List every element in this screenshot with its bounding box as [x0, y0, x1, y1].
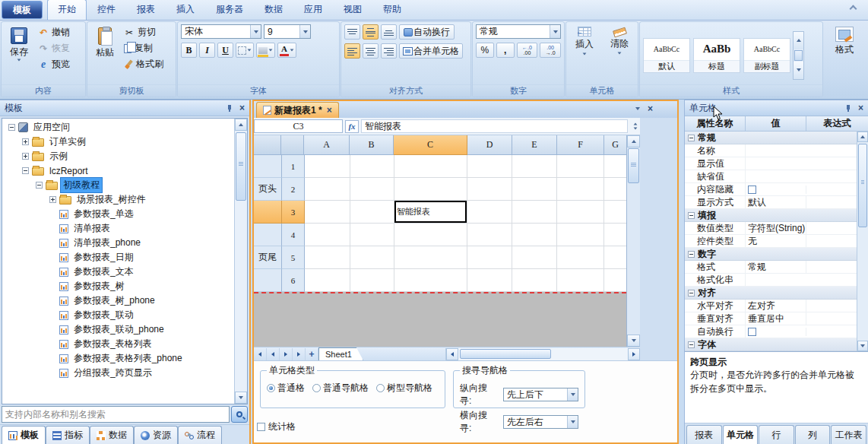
tree-scrollbar[interactable]: [234, 119, 247, 404]
cell-type-radio[interactable]: 普通导航格: [312, 382, 369, 395]
undo-button[interactable]: ↶ 撤销: [35, 24, 73, 40]
cell[interactable]: [305, 201, 350, 224]
cell[interactable]: [467, 269, 512, 292]
align-middle-button[interactable]: [363, 24, 379, 40]
panel-tab[interactable]: 资源: [134, 426, 178, 444]
close-document-icon[interactable]: ×: [648, 104, 653, 113]
dropdown-icon[interactable]: [567, 416, 578, 428]
properties-scrollbar[interactable]: [857, 132, 868, 351]
underline-button[interactable]: U: [217, 43, 233, 58]
font-size-select[interactable]: 9: [264, 24, 311, 39]
cell[interactable]: [305, 269, 350, 292]
align-left-button[interactable]: [344, 43, 360, 59]
cell[interactable]: [604, 246, 626, 269]
column-header[interactable]: E: [512, 135, 557, 155]
tree-item[interactable]: 参数报表_表格列表: [2, 337, 234, 351]
property-value[interactable]: 默认: [746, 196, 806, 209]
cell[interactable]: [557, 224, 604, 246]
properties-tab[interactable]: 报表: [686, 425, 722, 444]
cell-type-radio[interactable]: 树型导航格: [376, 382, 432, 395]
cell[interactable]: [394, 178, 468, 201]
tree-toggle-icon[interactable]: [22, 138, 29, 145]
property-row[interactable]: 水平对齐 左对齐: [685, 300, 857, 312]
property-value[interactable]: [746, 328, 806, 336]
cell[interactable]: [557, 178, 604, 201]
tree-item[interactable]: 参数报表_树_phone: [2, 293, 234, 308]
cell[interactable]: [394, 246, 468, 269]
column-header[interactable]: C: [394, 135, 467, 155]
cell[interactable]: [350, 269, 394, 292]
checkbox-icon[interactable]: [748, 328, 756, 336]
panel-tab[interactable]: 指标: [46, 426, 90, 444]
cell[interactable]: [604, 155, 626, 178]
tree-toggle-icon[interactable]: [22, 167, 29, 174]
collapse-group-icon[interactable]: [688, 341, 695, 348]
app-menu-button[interactable]: 模板: [2, 1, 43, 19]
property-row[interactable]: 名称: [685, 144, 857, 157]
cell[interactable]: [467, 178, 512, 201]
property-row[interactable]: 数值类型 字符型(String): [685, 222, 857, 235]
save-button[interactable]: 保存: [5, 24, 33, 65]
cell-type-radio[interactable]: 普通格: [267, 382, 305, 395]
prev-sheet-button[interactable]: [267, 348, 280, 360]
format-button[interactable]: 格式: [829, 24, 860, 59]
tree-item[interactable]: 订单实例: [2, 135, 234, 149]
column-header[interactable]: D: [467, 135, 512, 155]
document-tab[interactable]: 新建报表1 * ×: [256, 102, 339, 118]
add-sheet-button[interactable]: +: [306, 348, 318, 360]
property-row[interactable]: 常规: [685, 132, 857, 144]
horizontal-scrollbar[interactable]: [445, 348, 640, 360]
tree-item[interactable]: 应用空间: [2, 120, 234, 135]
column-header[interactable]: G: [604, 135, 626, 155]
clear-cells-button[interactable]: 清除: [604, 24, 635, 57]
cell[interactable]: [557, 155, 604, 178]
tree-item[interactable]: 参数报表_联动_phone: [2, 322, 234, 337]
insert-cells-button[interactable]: ← 插入: [569, 24, 600, 58]
menu-tab[interactable]: 插入: [166, 0, 205, 20]
search-button[interactable]: [231, 406, 248, 423]
tree-item[interactable]: 参数报表_联动: [2, 308, 234, 322]
increase-decimal-button[interactable]: ←.0.00: [517, 43, 538, 58]
stats-cell-checkbox[interactable]: 统计格: [257, 420, 296, 433]
preview-button[interactable]: e 预览: [35, 56, 73, 72]
row-header[interactable]: 4: [282, 224, 305, 246]
band-corner-cell[interactable]: [254, 135, 281, 155]
align-top-button[interactable]: [344, 24, 360, 40]
property-row[interactable]: 格式化串: [685, 274, 857, 287]
cell[interactable]: [512, 201, 557, 224]
decrease-decimal-button[interactable]: .00→.0: [540, 43, 561, 58]
tree-toggle-icon[interactable]: [22, 153, 29, 160]
property-column-header[interactable]: 表达式: [806, 116, 868, 131]
tree-item[interactable]: 参数报表_表格列表_phone: [2, 351, 234, 366]
property-row[interactable]: 显示值: [685, 157, 857, 170]
tree-item[interactable]: 场景报表_树控件: [2, 192, 234, 207]
collapse-group-icon[interactable]: [688, 135, 695, 141]
percent-button[interactable]: %: [476, 43, 494, 58]
fx-icon[interactable]: fx: [345, 120, 359, 133]
property-row[interactable]: 填报: [685, 209, 857, 222]
properties-tab[interactable]: 行: [759, 425, 794, 444]
checkbox-icon[interactable]: [748, 186, 756, 194]
merge-cells-button[interactable]: 合并单元格: [399, 43, 463, 59]
sheet-tab[interactable]: Sheet1: [318, 347, 363, 360]
dropdown-icon[interactable]: [550, 25, 560, 38]
row-header[interactable]: 5: [282, 246, 305, 269]
menu-tab[interactable]: 控件: [87, 0, 126, 20]
tree-toggle-icon[interactable]: [49, 196, 56, 203]
style-card[interactable]: AaBbCc 默认: [643, 38, 690, 73]
property-column-header[interactable]: 属性名称: [685, 116, 746, 131]
cell[interactable]: [394, 155, 468, 178]
cell[interactable]: [604, 269, 626, 292]
cell[interactable]: [557, 246, 604, 269]
grid-vertical-scrollbar[interactable]: [627, 135, 640, 347]
property-row[interactable]: 缺省值: [685, 170, 857, 183]
cell[interactable]: [512, 155, 557, 178]
menu-tab[interactable]: 开始: [47, 0, 87, 20]
dropdown-icon[interactable]: [299, 25, 310, 38]
cell[interactable]: [350, 246, 394, 269]
menu-tab[interactable]: 数据: [254, 0, 293, 20]
format-painter-button[interactable]: 格式刷: [121, 56, 166, 72]
redo-button[interactable]: ↷ 恢复: [35, 40, 73, 56]
cell[interactable]: [350, 224, 394, 246]
cell[interactable]: [604, 224, 626, 246]
